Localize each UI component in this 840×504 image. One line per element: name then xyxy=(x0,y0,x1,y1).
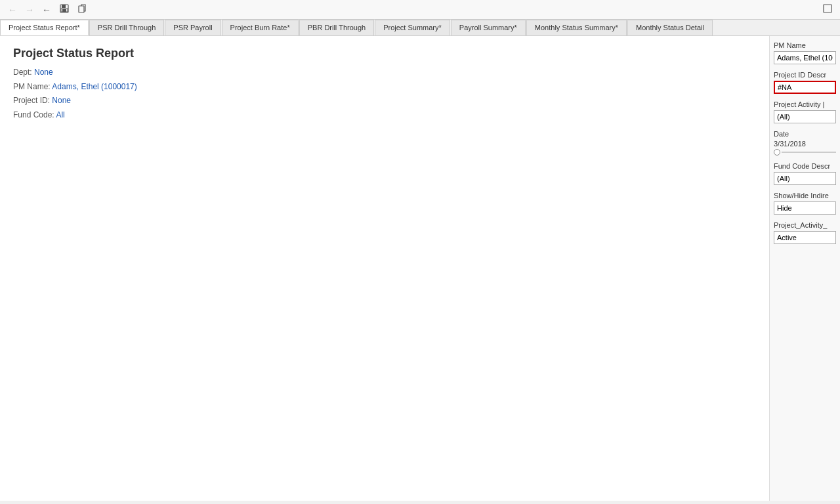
toolbar: ← → ← xyxy=(0,0,840,20)
svg-rect-3 xyxy=(62,9,66,12)
pm-name-filter-input[interactable] xyxy=(774,51,836,64)
tab-psr-drill-through[interactable]: PSR Drill Through xyxy=(89,20,164,35)
pm-name-row: PM Name: Adams, Ethel (1000017) xyxy=(13,80,756,94)
project-id-label: Project ID: xyxy=(13,96,50,105)
content-area: Project Status Report Dept: None PM Name… xyxy=(0,36,769,501)
date-slider-handle[interactable] xyxy=(774,149,780,156)
pm-name-filter-label: PM Name xyxy=(774,41,836,49)
project-id-row: Project ID: None xyxy=(13,94,756,108)
back-button[interactable]: ← xyxy=(5,3,20,16)
forward-button[interactable]: → xyxy=(22,3,37,16)
tab-psr-payroll[interactable]: PSR Payroll xyxy=(165,20,220,35)
svg-rect-5 xyxy=(824,5,831,12)
tabs-bar: Project Status Report* PSR Drill Through… xyxy=(0,20,840,36)
dept-row: Dept: None xyxy=(13,66,756,80)
svg-rect-1 xyxy=(62,5,66,8)
main-container: Project Status Report Dept: None PM Name… xyxy=(0,36,840,501)
date-slider-container xyxy=(774,149,836,156)
tab-project-burn-rate[interactable]: Project Burn Rate* xyxy=(222,20,299,35)
dept-label: Dept: xyxy=(13,68,32,77)
tab-pbr-drill-through[interactable]: PBR Drill Through xyxy=(299,20,374,35)
date-filter: Date 3/31/2018 xyxy=(774,130,836,156)
project-activity-label: Project Activity | xyxy=(774,100,836,108)
share-icon xyxy=(77,3,88,16)
tab-monthly-status-detail[interactable]: Monthly Status Detail xyxy=(627,20,713,35)
date-slider-track xyxy=(782,152,836,153)
report-meta: Dept: None PM Name: Adams, Ethel (100001… xyxy=(13,66,756,122)
fund-code-descr-filter: Fund Code Descr xyxy=(774,162,836,185)
save-button[interactable] xyxy=(56,2,72,17)
project-id-descr-filter: Project ID Descr xyxy=(774,71,836,94)
dept-value: None xyxy=(34,68,53,77)
date-value: 3/31/2018 xyxy=(774,140,836,148)
share-button[interactable] xyxy=(75,2,91,17)
project-activity-input[interactable] xyxy=(774,110,836,123)
show-hide-label: Show/Hide Indire xyxy=(774,192,836,200)
tab-payroll-summary[interactable]: Payroll Summary* xyxy=(451,20,526,35)
fund-code-descr-input[interactable] xyxy=(774,172,836,185)
fund-code-label: Fund Code: xyxy=(13,110,54,119)
svg-rect-4 xyxy=(79,6,84,12)
back-alt-icon: ← xyxy=(42,5,51,15)
show-hide-filter: Show/Hide Indire xyxy=(774,192,836,215)
tab-project-summary[interactable]: Project Summary* xyxy=(375,20,450,35)
project-activity-filter: Project Activity | xyxy=(774,100,836,123)
project-id-value: None xyxy=(52,96,71,105)
project-activity-status-input[interactable] xyxy=(774,231,836,244)
project-id-descr-label: Project ID Descr xyxy=(774,71,836,79)
show-hide-input[interactable] xyxy=(774,201,836,215)
tab-project-status-report[interactable]: Project Status Report* xyxy=(0,20,89,35)
save-icon xyxy=(59,3,70,16)
maximize-icon xyxy=(823,4,832,15)
tab-monthly-status-summary[interactable]: Monthly Status Summary* xyxy=(526,20,627,35)
project-id-descr-input[interactable] xyxy=(774,81,836,94)
filter-sidebar: PM Name Project ID Descr Project Activit… xyxy=(769,36,840,501)
fund-code-row: Fund Code: All xyxy=(13,108,756,123)
project-activity-status-label: Project_Activity_ xyxy=(774,221,836,229)
pm-name-filter: PM Name xyxy=(774,41,836,64)
back-alt-button[interactable]: ← xyxy=(39,3,54,16)
forward-icon: → xyxy=(25,5,34,15)
pm-name-label: PM Name: xyxy=(13,82,51,91)
fund-code-descr-label: Fund Code Descr xyxy=(774,162,836,170)
report-title: Project Status Report xyxy=(13,47,756,60)
pm-name-value: Adams, Ethel (1000017) xyxy=(52,82,136,91)
back-icon: ← xyxy=(8,5,17,15)
project-activity-status-filter: Project_Activity_ xyxy=(774,221,836,244)
maximize-button[interactable] xyxy=(820,3,835,16)
date-filter-label: Date xyxy=(774,130,836,138)
fund-code-value: All xyxy=(56,110,64,119)
